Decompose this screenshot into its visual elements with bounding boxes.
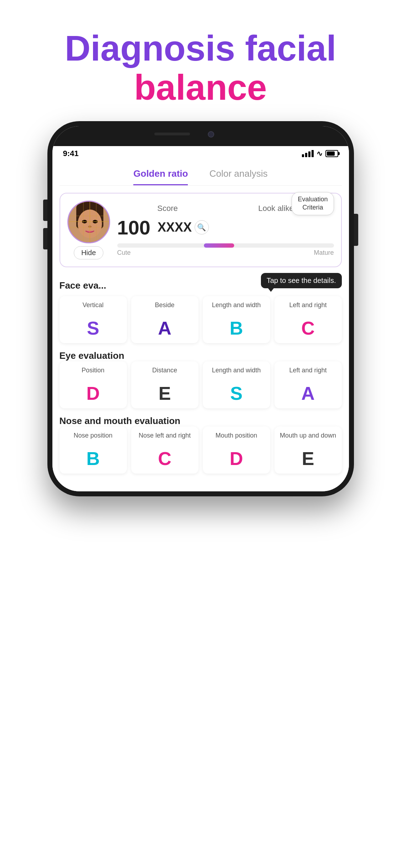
- tooltip-bubble: Tap to see the details.: [261, 273, 342, 288]
- eval-card-eye-length-width-label: Length and width: [206, 366, 267, 382]
- avatar-section: Hide: [67, 201, 110, 259]
- face-eval-cards: Vertical S Beside A Length and width B: [60, 296, 342, 343]
- signal-bar-3: [308, 151, 310, 157]
- eval-card-mouth-position-grade: D: [206, 449, 267, 468]
- eval-card-nose-position[interactable]: Nose position B: [60, 427, 127, 474]
- eval-card-mouth-up-down-grade: E: [278, 449, 338, 468]
- eval-card-mouth-up-down-label: Mouth up and down: [278, 432, 338, 447]
- eval-card-beside-label: Beside: [135, 301, 195, 317]
- volume-down-button: [43, 228, 47, 249]
- eval-card-vertical-grade: S: [63, 319, 123, 337]
- signal-bar-4: [312, 150, 314, 157]
- eval-card-eye-position[interactable]: Position D: [60, 361, 127, 408]
- hide-button[interactable]: Hide: [74, 246, 103, 259]
- bar-label-cute: Cute: [117, 249, 131, 257]
- nose-mouth-eval-title: Nose and mouth evaluation: [60, 415, 181, 426]
- score-number: 100: [117, 216, 150, 239]
- app-content: Golden ratio Color analysis Evaluation C…: [52, 161, 349, 491]
- eval-card-length-width-grade: B: [206, 319, 267, 337]
- eval-card-eye-left-right[interactable]: Left and right A: [274, 361, 342, 408]
- eval-card-mouth-position[interactable]: Mouth position D: [203, 427, 270, 474]
- eval-card-length-width-label: Length and width: [206, 301, 267, 317]
- volume-up-button: [43, 200, 47, 221]
- battery-icon: [325, 150, 338, 157]
- phone-screen: 9:41 ∿ Golde: [52, 126, 349, 491]
- eval-card-mouth-position-label: Mouth position: [206, 432, 267, 447]
- eval-card-eye-left-right-label: Left and right: [278, 366, 338, 382]
- power-button: [354, 214, 358, 246]
- eye-eval-cards: Position D Distance E Length and width S: [60, 361, 342, 408]
- eval-card-eye-length-width[interactable]: Length and width S: [203, 361, 270, 408]
- phone-frame: 9:41 ∿ Golde: [47, 121, 354, 496]
- status-icons: ∿: [302, 149, 338, 158]
- eval-card-left-right[interactable]: Left and right C: [274, 296, 342, 343]
- score-bar-labels: Cute Mature: [117, 249, 334, 257]
- eval-card-eye-position-grade: D: [63, 384, 123, 403]
- eval-card-length-width[interactable]: Length and width B: [203, 296, 270, 343]
- eval-card-left-right-label: Left and right: [278, 301, 338, 317]
- eval-card-left-right-grade: C: [278, 319, 338, 337]
- status-bar: 9:41 ∿: [52, 146, 349, 161]
- speaker: [154, 133, 190, 135]
- eval-card-beside[interactable]: Beside A: [131, 296, 199, 343]
- eval-card-nose-left-right-label: Nose left and right: [135, 432, 195, 447]
- notch: [52, 126, 349, 146]
- eval-card-nose-left-right-grade: C: [135, 449, 195, 468]
- look-alike-value: XXXX: [158, 220, 192, 235]
- tab-color-analysis[interactable]: Color analysis: [209, 168, 267, 185]
- score-bar-container: Cute Mature: [117, 243, 334, 257]
- eval-card-eye-length-width-grade: S: [206, 384, 267, 403]
- eval-card-nose-position-grade: B: [63, 449, 123, 468]
- status-time: 9:41: [63, 149, 79, 158]
- face-svg: [68, 202, 110, 243]
- face-eval-header: Face eva... Tap to see the details.: [60, 273, 342, 296]
- eval-card-nose-left-right[interactable]: Nose left and right C: [131, 427, 199, 474]
- eval-card-vertical[interactable]: Vertical S: [60, 296, 127, 343]
- eye-eval-section: Eye evaluation Position D Distance E Len…: [60, 350, 342, 408]
- avatar: [67, 201, 110, 243]
- title-purple: Diagnosis facial: [65, 28, 336, 68]
- score-bar-fill: [204, 243, 234, 248]
- nose-mouth-eval-cards: Nose position B Nose left and right C Mo…: [60, 427, 342, 474]
- score-bar: [117, 243, 334, 248]
- eval-card-eye-distance[interactable]: Distance E: [131, 361, 199, 408]
- score-values: 100 XXXX 🔍: [117, 216, 334, 239]
- bar-label-mature: Mature: [314, 249, 334, 257]
- page-title: Diagnosis facial balance: [43, 0, 358, 121]
- eye-eval-title: Eye evaluation: [60, 350, 124, 361]
- eval-card-vertical-label: Vertical: [63, 301, 123, 317]
- eval-card-eye-distance-label: Distance: [135, 366, 195, 382]
- battery-fill: [327, 151, 335, 156]
- eval-card-eye-distance-grade: E: [135, 384, 195, 403]
- eval-card-nose-position-label: Nose position: [63, 432, 123, 447]
- look-alike-label: Look alike: [258, 204, 294, 213]
- face-eval-title: Face eva...: [60, 280, 107, 291]
- wifi-icon: ∿: [317, 149, 323, 158]
- signal-bars: [302, 150, 314, 157]
- look-alike-section: XXXX 🔍: [158, 220, 209, 235]
- eval-criteria-button[interactable]: Evaluation Criteria: [292, 192, 334, 215]
- eval-card-mouth-up-down[interactable]: Mouth up and down E: [274, 427, 342, 474]
- eval-card-eye-position-label: Position: [63, 366, 123, 382]
- camera: [208, 131, 214, 138]
- nose-mouth-eval-section: Nose and mouth evaluation Nose position …: [60, 415, 342, 474]
- signal-bar-2: [305, 153, 307, 157]
- score-card: Evaluation Criteria: [60, 193, 342, 267]
- phone-mockup: 9:41 ∿ Golde: [47, 121, 354, 496]
- eval-card-beside-grade: A: [135, 319, 195, 337]
- eval-card-eye-left-right-grade: A: [278, 384, 338, 403]
- signal-bar-1: [302, 154, 304, 157]
- score-label: Score: [157, 204, 178, 213]
- tab-golden-ratio[interactable]: Golden ratio: [133, 168, 188, 185]
- look-alike-search-button[interactable]: 🔍: [195, 220, 209, 234]
- title-pink: balance: [134, 67, 267, 107]
- tab-bar: Golden ratio Color analysis: [60, 161, 342, 186]
- face-eval-section: Face eva... Tap to see the details. Vert…: [60, 273, 342, 343]
